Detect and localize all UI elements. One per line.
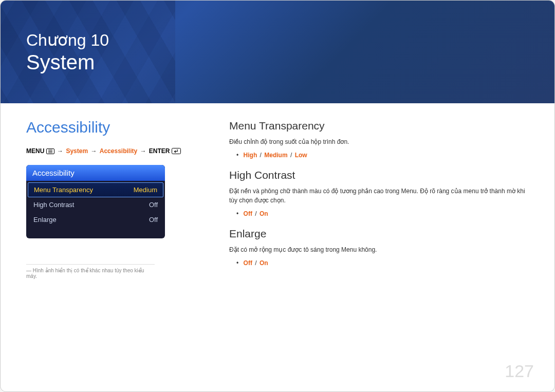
option-bullet: • Off / On — [229, 210, 529, 217]
content-area: Accessibility MENU → System → Accessibil… — [1, 103, 554, 289]
option-sep: / — [254, 210, 257, 217]
option-sep: / — [259, 152, 263, 159]
menu-row-enlarge[interactable]: Enlarge Off — [26, 212, 165, 227]
menu-panel-body: Menu Transparency Medium High Contrast O… — [26, 182, 165, 238]
subsection-desc: Đặt nền và phông chữ thành màu có độ tươ… — [229, 186, 529, 205]
breadcrumb-enter-label: ENTER — [149, 147, 170, 155]
option-on: On — [260, 210, 268, 217]
page-container: Chương 10 System Accessibility MENU → Sy… — [0, 0, 555, 392]
option-sep: / — [254, 259, 257, 267]
subsection-title-high-contrast: High Contrast — [229, 169, 529, 181]
menu-panel: Accessibility Menu Transparency Medium H… — [26, 165, 165, 238]
option-off: Off — [244, 210, 252, 217]
menu-row-label: Menu Transparency — [34, 186, 93, 194]
option-off: Off — [244, 259, 252, 267]
breadcrumb-menu-label: MENU — [26, 147, 44, 155]
menu-icon — [46, 148, 54, 156]
menu-row-label: Enlarge — [33, 216, 57, 223]
option-high: High — [244, 152, 257, 159]
menu-row-value: Off — [149, 201, 158, 209]
breadcrumb-arrow: → — [89, 147, 98, 155]
breadcrumb-arrow: → — [139, 147, 147, 155]
option-sep: / — [289, 152, 293, 159]
enter-icon — [172, 148, 181, 156]
chapter-title: System — [26, 51, 109, 74]
subsection-desc: Đặt có mở rộng mục được tô sáng trong Me… — [229, 245, 529, 254]
menu-row-label: High Contrast — [33, 201, 74, 209]
menu-row-menu-transparency[interactable]: Menu Transparency Medium — [28, 182, 163, 197]
menu-row-high-contrast[interactable]: High Contrast Off — [26, 197, 165, 212]
menu-row-value: Off — [149, 216, 158, 223]
option-medium: Medium — [264, 152, 287, 159]
breadcrumb-step-accessibility: Accessibility — [100, 147, 137, 155]
right-column: Menu Transparency Điều chỉnh độ trong su… — [216, 119, 529, 279]
option-low: Low — [295, 152, 307, 159]
bullet-icon: • — [236, 259, 242, 267]
svg-rect-4 — [172, 148, 180, 154]
footnote: ― Hình ảnh hiển thị có thể khác nhau tùy… — [26, 264, 155, 279]
bullet-icon: • — [236, 210, 242, 217]
header-text: Chương 10 System — [26, 30, 109, 74]
header-banner: Chương 10 System — [1, 1, 554, 103]
left-column: Accessibility MENU → System → Accessibil… — [26, 119, 216, 279]
subsection-desc: Điều chỉnh độ trong suốt của hộp trình đ… — [229, 137, 529, 146]
breadcrumb-arrow: → — [56, 147, 64, 155]
subsection-title-enlarge: Enlarge — [229, 228, 529, 240]
menu-panel-header: Accessibility — [26, 165, 165, 181]
subsection-title-menu-transparency: Menu Transparency — [229, 120, 529, 132]
menu-row-value: Medium — [134, 186, 157, 194]
breadcrumb-step-system: System — [66, 147, 88, 155]
page-number: 127 — [505, 361, 534, 381]
option-bullet: • Off / On — [229, 259, 529, 267]
section-title: Accessibility — [26, 119, 216, 136]
breadcrumb: MENU → System → Accessibility → ENTER — [26, 147, 216, 156]
bullet-icon: • — [236, 152, 242, 159]
chapter-label: Chương 10 — [26, 30, 109, 50]
option-bullet: • High / Medium / Low — [229, 152, 529, 159]
option-on: On — [260, 259, 268, 267]
